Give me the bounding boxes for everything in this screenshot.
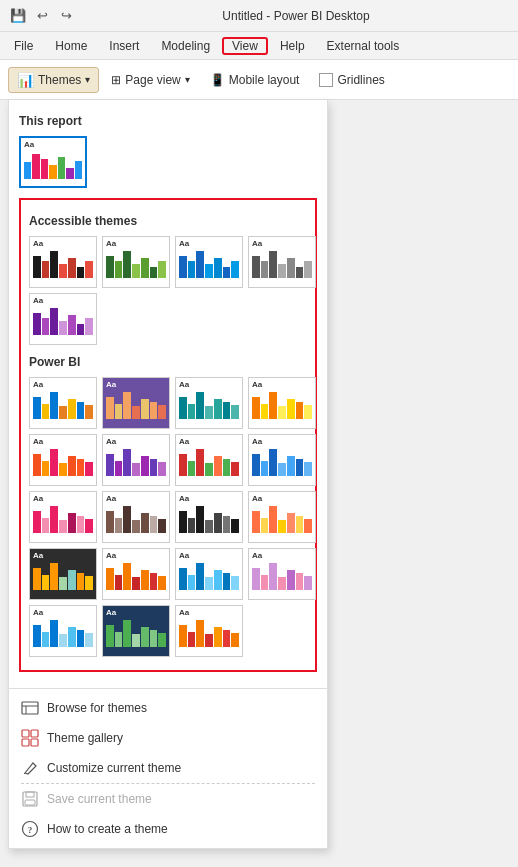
theme-gallery-label: Theme gallery (47, 731, 123, 745)
pbi-theme-empty (248, 605, 316, 657)
howto-theme-icon: ? (21, 820, 39, 838)
current-theme-row: Aa (19, 136, 317, 188)
pbi-theme-16[interactable]: Aa (248, 548, 316, 600)
pbi-theme-13[interactable]: Aa (29, 548, 97, 600)
mobile-layout-icon: 📱 (210, 73, 225, 87)
powerbi-themes-grid-3: Aa Aa (29, 491, 307, 543)
powerbi-themes-grid-2: Aa Aa (29, 434, 307, 486)
svg-rect-10 (25, 800, 35, 805)
howto-theme-item[interactable]: ? How to create a theme (9, 814, 327, 844)
themes-chevron: ▾ (85, 74, 90, 85)
pbi-theme-12[interactable]: Aa (248, 491, 316, 543)
menu-external-tools[interactable]: External tools (317, 37, 410, 55)
customize-theme-label: Customize current theme (47, 761, 181, 775)
powerbi-themes-grid-1: Aa Aa (29, 377, 307, 429)
pbi-theme-4[interactable]: Aa (248, 377, 316, 429)
save-theme-icon (21, 790, 39, 808)
window-title: Untitled - Power BI Desktop (82, 9, 510, 23)
save-theme-item: Save current theme (9, 784, 327, 814)
pbi-theme-8[interactable]: Aa (248, 434, 316, 486)
page-view-label: Page view (125, 73, 180, 87)
browse-themes-item[interactable]: Browse for themes (9, 693, 327, 723)
svg-rect-3 (22, 730, 29, 737)
bottom-menu: Browse for themes Theme gallery Custom (9, 688, 327, 848)
pbi-theme-7[interactable]: Aa (175, 434, 243, 486)
thumb-bars (24, 151, 82, 179)
customize-theme-icon (21, 759, 39, 777)
title-bar: 💾 ↩ ↪ Untitled - Power BI Desktop (0, 0, 518, 32)
page-view-button[interactable]: ⊞ Page view ▾ (103, 69, 197, 91)
svg-rect-0 (22, 702, 38, 714)
pbi-theme-15[interactable]: Aa (175, 548, 243, 600)
customize-theme-item[interactable]: Customize current theme (9, 753, 327, 783)
accessible-themes-row-2: Aa (29, 293, 307, 345)
page-view-icon: ⊞ (111, 73, 121, 87)
powerbi-themes-grid-5: Aa Aa (29, 605, 307, 657)
ribbon-bar: 📊 Themes ▾ ⊞ Page view ▾ 📱 Mobile layout… (0, 60, 518, 100)
svg-rect-6 (31, 739, 38, 746)
accessible-theme-5[interactable]: Aa (29, 293, 97, 345)
this-report-label: This report (19, 114, 317, 128)
mobile-layout-label: Mobile layout (229, 73, 300, 87)
pbi-theme-19[interactable]: Aa (175, 605, 243, 657)
theme-gallery-icon (21, 729, 39, 747)
accessible-theme-4[interactable]: Aa (248, 236, 316, 288)
pbi-theme-3[interactable]: Aa (175, 377, 243, 429)
undo-icon[interactable]: ↩ (32, 6, 52, 26)
svg-text:?: ? (28, 825, 33, 835)
power-bi-label: Power BI (29, 355, 307, 369)
accessible-theme-1[interactable]: Aa (29, 236, 97, 288)
themes-button[interactable]: 📊 Themes ▾ (8, 67, 99, 93)
themes-label: Themes (38, 73, 81, 87)
svg-rect-5 (22, 739, 29, 746)
pbi-theme-6[interactable]: Aa (102, 434, 170, 486)
pbi-theme-9[interactable]: Aa (29, 491, 97, 543)
page-view-chevron: ▾ (185, 74, 190, 85)
pbi-theme-2[interactable]: Aa (102, 377, 170, 429)
svg-rect-4 (31, 730, 38, 737)
current-theme-thumb[interactable]: Aa (19, 136, 87, 188)
theme-gallery-item[interactable]: Theme gallery (9, 723, 327, 753)
accessible-theme-3[interactable]: Aa (175, 236, 243, 288)
themes-icon: 📊 (17, 72, 34, 88)
gridlines-checkbox[interactable] (319, 73, 333, 87)
pbi-theme-17[interactable]: Aa (29, 605, 97, 657)
menu-help[interactable]: Help (270, 37, 315, 55)
accessible-section: Accessible themes Aa (19, 198, 317, 672)
accessible-theme-2[interactable]: Aa (102, 236, 170, 288)
gridlines-button[interactable]: Gridlines (311, 69, 392, 91)
pbi-theme-1[interactable]: Aa (29, 377, 97, 429)
accessible-themes-grid-1: Aa Aa (29, 236, 307, 288)
mobile-layout-button[interactable]: 📱 Mobile layout (202, 69, 308, 91)
gridlines-label: Gridlines (337, 73, 384, 87)
pbi-theme-18[interactable]: Aa (102, 605, 170, 657)
title-bar-icons: 💾 ↩ ↪ (8, 6, 76, 26)
pbi-theme-11[interactable]: Aa (175, 491, 243, 543)
save-theme-label: Save current theme (47, 792, 152, 806)
browse-themes-label: Browse for themes (47, 701, 147, 715)
pbi-theme-5[interactable]: Aa (29, 434, 97, 486)
pbi-theme-10[interactable]: Aa (102, 491, 170, 543)
svg-rect-9 (26, 792, 34, 797)
browse-themes-icon (21, 699, 39, 717)
save-icon[interactable]: 💾 (8, 6, 28, 26)
themes-dropdown-panel: This report Aa Accessible themes (8, 100, 328, 849)
thumb-aa: Aa (24, 141, 82, 149)
menu-home[interactable]: Home (45, 37, 97, 55)
menu-insert[interactable]: Insert (99, 37, 149, 55)
accessible-themes-label: Accessible themes (29, 214, 307, 228)
howto-theme-label: How to create a theme (47, 822, 168, 836)
redo-icon[interactable]: ↪ (56, 6, 76, 26)
menu-modeling[interactable]: Modeling (151, 37, 220, 55)
themes-content: This report Aa Accessible themes (9, 100, 327, 688)
powerbi-themes-grid-4: Aa Aa (29, 548, 307, 600)
pbi-theme-14[interactable]: Aa (102, 548, 170, 600)
menu-view[interactable]: View (222, 37, 268, 55)
menu-file[interactable]: File (4, 37, 43, 55)
menu-bar: File Home Insert Modeling View Help Exte… (0, 32, 518, 60)
